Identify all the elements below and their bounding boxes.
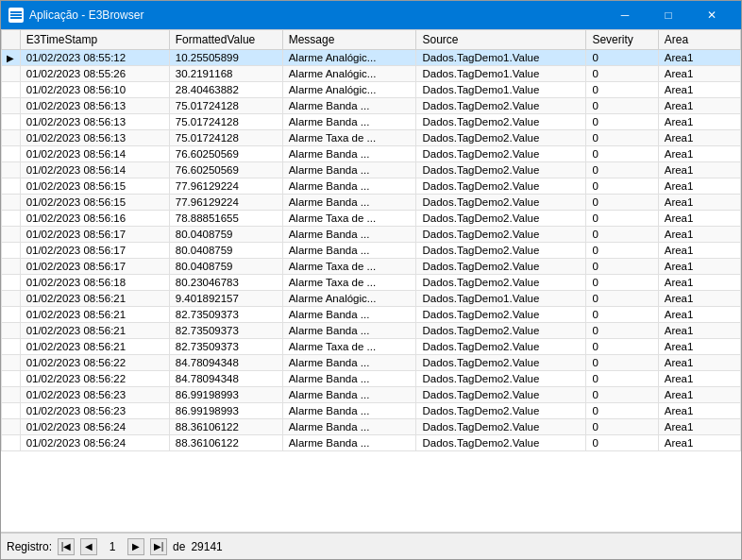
- cell-severity: 0: [586, 227, 658, 243]
- cell-message: Alarme Banda ...: [282, 114, 416, 130]
- cell-area: Area1: [658, 323, 740, 339]
- table-row[interactable]: 01/02/2023 08:56:2182.73509373Alarme Tax…: [2, 339, 741, 355]
- cell-message: Alarme Banda ...: [282, 355, 416, 371]
- cell-message: Alarme Taxa de ...: [282, 275, 416, 291]
- cell-severity: 0: [586, 50, 658, 66]
- cell-formatted: 30.2191168: [169, 66, 282, 82]
- cell-severity: 0: [586, 419, 658, 435]
- cell-message: Alarme Analógic...: [282, 82, 416, 98]
- cell-message: Alarme Banda ...: [282, 162, 416, 178]
- table-row[interactable]: 01/02/2023 08:56:2488.36106122Alarme Ban…: [2, 435, 741, 451]
- table-row[interactable]: 01/02/2023 08:56:1375.01724128Alarme Ban…: [2, 114, 741, 130]
- row-indicator: [2, 195, 21, 211]
- cell-area: Area1: [658, 291, 740, 307]
- cell-formatted: 82.73509373: [169, 323, 282, 339]
- table-row[interactable]: 01/02/2023 08:56:2182.73509373Alarme Ban…: [2, 307, 741, 323]
- table-row[interactable]: 01/02/2023 08:56:2488.36106122Alarme Ban…: [2, 419, 741, 435]
- table-row[interactable]: 01/02/2023 08:56:1577.96129224Alarme Ban…: [2, 195, 741, 211]
- cell-timestamp: 01/02/2023 08:56:22: [20, 371, 169, 387]
- table-row[interactable]: 01/02/2023 08:56:1780.0408759Alarme Band…: [2, 227, 741, 243]
- nav-next-button[interactable]: ▶: [127, 538, 144, 555]
- svg-rect-3: [10, 17, 22, 19]
- cell-source: Dados.TagDemo2.Value: [416, 323, 586, 339]
- table-row[interactable]: 01/02/2023 08:56:1476.60250569Alarme Ban…: [2, 162, 741, 178]
- cell-message: Alarme Banda ...: [282, 371, 416, 387]
- cell-formatted: 78.88851655: [169, 211, 282, 227]
- page-number: 1: [103, 540, 122, 553]
- cell-severity: 0: [586, 435, 658, 451]
- table-row[interactable]: 01/02/2023 08:56:2386.99198993Alarme Ban…: [2, 403, 741, 419]
- table-row[interactable]: 01/02/2023 08:56:2182.73509373Alarme Ban…: [2, 323, 741, 339]
- cell-message: Alarme Banda ...: [282, 178, 416, 195]
- col-header-formatted[interactable]: FormattedValue: [169, 30, 282, 50]
- row-indicator: [2, 178, 21, 195]
- cell-area: Area1: [658, 146, 740, 162]
- table-row[interactable]: 01/02/2023 08:56:1375.01724128Alarme Ban…: [2, 98, 741, 114]
- table-row[interactable]: 01/02/2023 08:56:1375.01724128Alarme Tax…: [2, 130, 741, 146]
- table-row[interactable]: 01/02/2023 08:56:2284.78094348Alarme Ban…: [2, 371, 741, 387]
- title-controls: ─ □ ✕: [603, 6, 734, 25]
- row-indicator: [2, 259, 21, 275]
- data-table-container[interactable]: E3TimeStamp FormattedValue Message Sourc…: [1, 29, 741, 533]
- cell-message: Alarme Analógic...: [282, 50, 416, 66]
- table-row[interactable]: 01/02/2023 08:56:1678.88851655Alarme Tax…: [2, 211, 741, 227]
- cell-area: Area1: [658, 339, 740, 355]
- nav-last-button[interactable]: ▶|: [150, 538, 167, 555]
- cell-severity: 0: [586, 387, 658, 403]
- table-row[interactable]: 01/02/2023 08:56:2386.99198993Alarme Ban…: [2, 387, 741, 403]
- cell-formatted: 88.36106122: [169, 435, 282, 451]
- table-row[interactable]: 01/02/2023 08:56:1780.0408759Alarme Taxa…: [2, 259, 741, 275]
- cell-timestamp: 01/02/2023 08:56:15: [20, 178, 169, 195]
- cell-message: Alarme Banda ...: [282, 323, 416, 339]
- cell-area: Area1: [658, 114, 740, 130]
- cell-source: Dados.TagDemo2.Value: [416, 114, 586, 130]
- table-row[interactable]: 01/02/2023 08:55:2630.2191168Alarme Anal…: [2, 66, 741, 82]
- nav-prev-button[interactable]: ◀: [80, 538, 97, 555]
- table-row[interactable]: 01/02/2023 08:56:1780.0408759Alarme Band…: [2, 243, 741, 259]
- table-row[interactable]: 01/02/2023 08:56:1476.60250569Alarme Ban…: [2, 146, 741, 162]
- cell-formatted: 80.0408759: [169, 227, 282, 243]
- col-header-message[interactable]: Message: [282, 30, 416, 50]
- table-row[interactable]: ▶01/02/2023 08:55:1210.25505899Alarme An…: [2, 50, 741, 66]
- table-row[interactable]: 01/02/2023 08:56:1880.23046783Alarme Tax…: [2, 275, 741, 291]
- cell-area: Area1: [658, 50, 740, 66]
- minimize-button[interactable]: ─: [603, 6, 647, 25]
- svg-rect-2: [10, 14, 22, 16]
- row-indicator: [2, 114, 21, 130]
- row-indicator: [2, 323, 21, 339]
- maximize-button[interactable]: □: [647, 6, 690, 25]
- table-row[interactable]: 01/02/2023 08:56:2284.78094348Alarme Ban…: [2, 355, 741, 371]
- close-button[interactable]: ✕: [690, 6, 734, 25]
- cell-message: Alarme Banda ...: [282, 227, 416, 243]
- cell-formatted: 75.01724128: [169, 130, 282, 146]
- col-header-source[interactable]: Source: [416, 30, 586, 50]
- cell-formatted: 86.99198993: [169, 387, 282, 403]
- cell-severity: 0: [586, 82, 658, 98]
- cell-source: Dados.TagDemo2.Value: [416, 195, 586, 211]
- cell-source: Dados.TagDemo2.Value: [416, 435, 586, 451]
- row-indicator: [2, 291, 21, 307]
- nav-first-button[interactable]: |◀: [58, 538, 75, 555]
- table-row[interactable]: 01/02/2023 08:56:1028.40463882Alarme Ana…: [2, 82, 741, 98]
- col-header-timestamp[interactable]: E3TimeStamp: [20, 30, 169, 50]
- col-header-severity[interactable]: Severity: [586, 30, 658, 50]
- cell-timestamp: 01/02/2023 08:56:21: [20, 339, 169, 355]
- cell-severity: 0: [586, 195, 658, 211]
- table-body: ▶01/02/2023 08:55:1210.25505899Alarme An…: [2, 50, 741, 451]
- nav-next-icon: ▶: [132, 541, 140, 552]
- cell-source: Dados.TagDemo2.Value: [416, 371, 586, 387]
- cell-severity: 0: [586, 162, 658, 178]
- cell-source: Dados.TagDemo2.Value: [416, 275, 586, 291]
- status-bar: Registro: |◀ ◀ 1 ▶ ▶| de 29141: [1, 533, 741, 559]
- cell-timestamp: 01/02/2023 08:55:26: [20, 66, 169, 82]
- table-row[interactable]: 01/02/2023 08:56:219.401892157Alarme Ana…: [2, 291, 741, 307]
- cell-timestamp: 01/02/2023 08:56:13: [20, 98, 169, 114]
- col-header-area[interactable]: Area: [658, 30, 740, 50]
- cell-area: Area1: [658, 98, 740, 114]
- cell-severity: 0: [586, 178, 658, 195]
- cell-message: Alarme Banda ...: [282, 98, 416, 114]
- table-row[interactable]: 01/02/2023 08:56:1577.96129224Alarme Ban…: [2, 178, 741, 195]
- cell-source: Dados.TagDemo2.Value: [416, 355, 586, 371]
- cell-formatted: 9.401892157: [169, 291, 282, 307]
- cell-source: Dados.TagDemo2.Value: [416, 307, 586, 323]
